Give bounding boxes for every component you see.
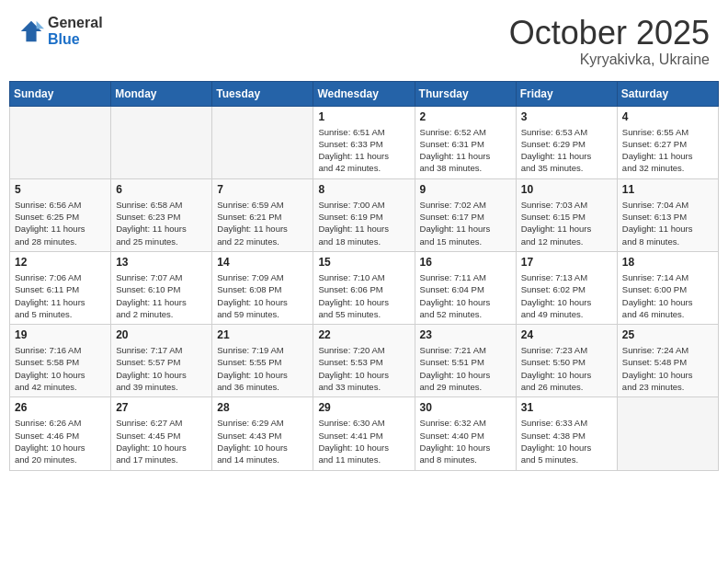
day-info: Sunrise: 6:52 AM Sunset: 6:31 PM Dayligh… (420, 126, 511, 175)
day-number: 21 (217, 328, 308, 341)
day-number: 29 (318, 401, 409, 414)
weekday-header: Monday (111, 81, 212, 106)
page-header: General Blue October 2025 Kyryakivka, Uk… (9, 9, 719, 74)
calendar-cell: 9Sunrise: 7:02 AM Sunset: 6:17 PM Daylig… (415, 178, 516, 251)
calendar-cell: 17Sunrise: 7:13 AM Sunset: 6:02 PM Dayli… (516, 251, 617, 324)
day-info: Sunrise: 7:13 AM Sunset: 6:02 PM Dayligh… (521, 271, 612, 320)
day-info: Sunrise: 7:04 AM Sunset: 6:13 PM Dayligh… (622, 199, 713, 247)
calendar-cell: 24Sunrise: 7:23 AM Sunset: 5:50 PM Dayli… (516, 325, 617, 397)
day-info: Sunrise: 6:33 AM Sunset: 4:38 PM Dayligh… (521, 417, 612, 465)
calendar-cell: 21Sunrise: 7:19 AM Sunset: 5:55 PM Dayli… (212, 325, 313, 397)
calendar-cell: 12Sunrise: 7:06 AM Sunset: 6:11 PM Dayli… (10, 251, 111, 324)
day-number: 9 (420, 183, 511, 196)
calendar-week-row: 26Sunrise: 6:26 AM Sunset: 4:46 PM Dayli… (10, 397, 719, 470)
day-info: Sunrise: 7:21 AM Sunset: 5:51 PM Dayligh… (420, 344, 511, 393)
calendar-week-row: 5Sunrise: 6:56 AM Sunset: 6:25 PM Daylig… (10, 178, 719, 251)
day-number: 7 (217, 183, 308, 196)
weekday-header: Saturday (617, 81, 718, 106)
day-number: 16 (420, 256, 511, 269)
day-number: 10 (521, 183, 612, 196)
day-number: 13 (116, 256, 207, 269)
calendar-week-row: 19Sunrise: 7:16 AM Sunset: 5:58 PM Dayli… (10, 325, 719, 397)
day-info: Sunrise: 7:09 AM Sunset: 6:08 PM Dayligh… (217, 271, 308, 320)
calendar-cell (212, 106, 313, 178)
calendar-cell (10, 106, 111, 178)
calendar-cell: 11Sunrise: 7:04 AM Sunset: 6:13 PM Dayli… (617, 178, 718, 251)
logo-icon (18, 18, 44, 44)
day-number: 19 (15, 328, 106, 341)
day-info: Sunrise: 7:20 AM Sunset: 5:53 PM Dayligh… (318, 344, 409, 393)
day-number: 8 (318, 183, 409, 196)
day-info: Sunrise: 7:23 AM Sunset: 5:50 PM Dayligh… (521, 344, 612, 393)
calendar-week-row: 12Sunrise: 7:06 AM Sunset: 6:11 PM Dayli… (10, 251, 719, 324)
day-info: Sunrise: 6:55 AM Sunset: 6:27 PM Dayligh… (622, 126, 713, 175)
day-info: Sunrise: 6:59 AM Sunset: 6:21 PM Dayligh… (217, 199, 308, 247)
day-number: 4 (622, 110, 713, 123)
day-number: 26 (15, 401, 106, 414)
day-number: 11 (622, 183, 713, 196)
calendar-cell: 28Sunrise: 6:29 AM Sunset: 4:43 PM Dayli… (212, 397, 313, 470)
day-info: Sunrise: 6:56 AM Sunset: 6:25 PM Dayligh… (15, 199, 106, 247)
weekday-header: Tuesday (212, 81, 313, 106)
day-number: 3 (521, 110, 612, 123)
day-number: 28 (217, 401, 308, 414)
calendar-cell: 2Sunrise: 6:52 AM Sunset: 6:31 PM Daylig… (415, 106, 516, 178)
day-info: Sunrise: 6:58 AM Sunset: 6:23 PM Dayligh… (116, 199, 207, 247)
day-number: 18 (622, 256, 713, 269)
calendar-cell: 19Sunrise: 7:16 AM Sunset: 5:58 PM Dayli… (10, 325, 111, 397)
calendar-cell: 6Sunrise: 6:58 AM Sunset: 6:23 PM Daylig… (111, 178, 212, 251)
weekday-header: Wednesday (313, 81, 415, 106)
day-number: 15 (318, 256, 409, 269)
calendar-cell: 8Sunrise: 7:00 AM Sunset: 6:19 PM Daylig… (313, 178, 415, 251)
day-info: Sunrise: 6:53 AM Sunset: 6:29 PM Dayligh… (521, 126, 612, 175)
day-number: 20 (116, 328, 207, 341)
calendar-cell: 27Sunrise: 6:27 AM Sunset: 4:45 PM Dayli… (111, 397, 212, 470)
day-number: 27 (116, 401, 207, 414)
calendar-cell: 23Sunrise: 7:21 AM Sunset: 5:51 PM Dayli… (415, 325, 516, 397)
day-info: Sunrise: 7:17 AM Sunset: 5:57 PM Dayligh… (116, 344, 207, 393)
calendar-cell: 3Sunrise: 6:53 AM Sunset: 6:29 PM Daylig… (516, 106, 617, 178)
calendar-cell: 22Sunrise: 7:20 AM Sunset: 5:53 PM Dayli… (313, 325, 415, 397)
day-number: 31 (521, 401, 612, 414)
calendar-cell: 31Sunrise: 6:33 AM Sunset: 4:38 PM Dayli… (516, 397, 617, 470)
day-number: 24 (521, 328, 612, 341)
calendar-table: SundayMondayTuesdayWednesdayThursdayFrid… (9, 81, 719, 471)
weekday-header: Thursday (415, 81, 516, 106)
location: Kyryakivka, Ukraine (509, 52, 710, 68)
day-number: 12 (15, 256, 106, 269)
calendar-cell: 18Sunrise: 7:14 AM Sunset: 6:00 PM Dayli… (617, 251, 718, 324)
day-info: Sunrise: 7:00 AM Sunset: 6:19 PM Dayligh… (318, 199, 409, 247)
calendar-cell: 15Sunrise: 7:10 AM Sunset: 6:06 PM Dayli… (313, 251, 415, 324)
weekday-header: Sunday (10, 81, 111, 106)
day-info: Sunrise: 7:10 AM Sunset: 6:06 PM Dayligh… (318, 271, 409, 320)
calendar-cell: 5Sunrise: 6:56 AM Sunset: 6:25 PM Daylig… (10, 178, 111, 251)
day-info: Sunrise: 7:02 AM Sunset: 6:17 PM Dayligh… (420, 199, 511, 247)
logo-blue: Blue (48, 31, 80, 47)
day-number: 17 (521, 256, 612, 269)
day-info: Sunrise: 7:07 AM Sunset: 6:10 PM Dayligh… (116, 271, 207, 320)
day-info: Sunrise: 6:29 AM Sunset: 4:43 PM Dayligh… (217, 417, 308, 465)
day-number: 14 (217, 256, 308, 269)
day-number: 30 (420, 401, 511, 414)
calendar-cell (111, 106, 212, 178)
calendar-cell: 30Sunrise: 6:32 AM Sunset: 4:40 PM Dayli… (415, 397, 516, 470)
day-info: Sunrise: 7:06 AM Sunset: 6:11 PM Dayligh… (15, 271, 106, 320)
calendar-cell (617, 397, 718, 470)
day-info: Sunrise: 6:51 AM Sunset: 6:33 PM Dayligh… (318, 126, 409, 175)
logo-general: General (48, 15, 103, 30)
day-number: 5 (15, 183, 106, 196)
calendar-cell: 16Sunrise: 7:11 AM Sunset: 6:04 PM Dayli… (415, 251, 516, 324)
calendar-cell: 7Sunrise: 6:59 AM Sunset: 6:21 PM Daylig… (212, 178, 313, 251)
calendar-cell: 29Sunrise: 6:30 AM Sunset: 4:41 PM Dayli… (313, 397, 415, 470)
calendar-cell: 10Sunrise: 7:03 AM Sunset: 6:15 PM Dayli… (516, 178, 617, 251)
calendar-cell: 14Sunrise: 7:09 AM Sunset: 6:08 PM Dayli… (212, 251, 313, 324)
calendar-header-row: SundayMondayTuesdayWednesdayThursdayFrid… (10, 81, 719, 106)
day-number: 25 (622, 328, 713, 341)
logo: General Blue (18, 15, 103, 48)
day-info: Sunrise: 6:26 AM Sunset: 4:46 PM Dayligh… (15, 417, 106, 465)
day-info: Sunrise: 7:24 AM Sunset: 5:48 PM Dayligh… (622, 344, 713, 393)
day-info: Sunrise: 7:19 AM Sunset: 5:55 PM Dayligh… (217, 344, 308, 393)
day-number: 23 (420, 328, 511, 341)
day-number: 2 (420, 110, 511, 123)
day-info: Sunrise: 7:11 AM Sunset: 6:04 PM Dayligh… (420, 271, 511, 320)
